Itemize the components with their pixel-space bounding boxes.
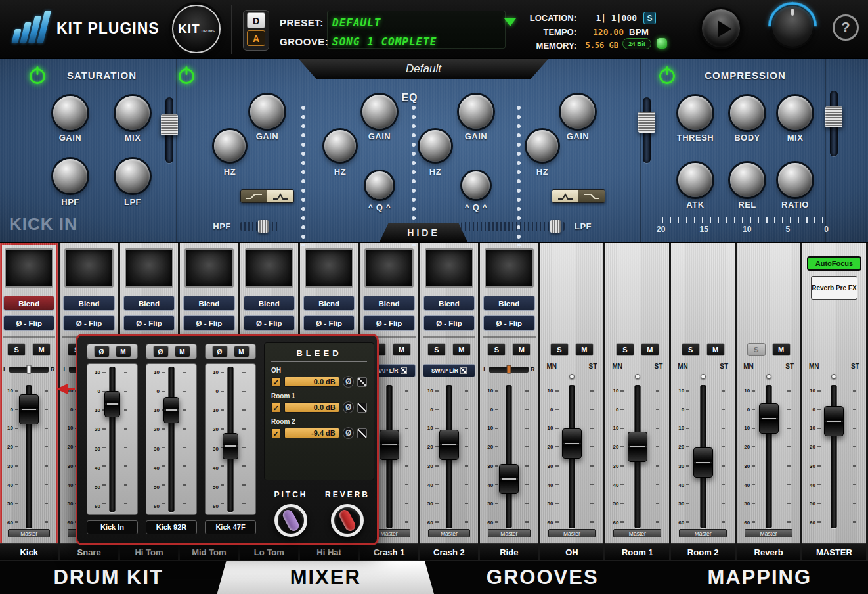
low-shelf-icon[interactable] [241,190,267,202]
dropdown-arrow-icon[interactable] [504,18,516,26]
eq-band4-shape-toggle[interactable] [552,189,605,203]
fader-link-icon[interactable] [357,403,367,413]
phase-button[interactable]: Ø [94,346,110,357]
send-level-field[interactable]: -9.4 dB [284,428,339,438]
eq-band2-freq-knob[interactable] [324,130,356,162]
fader-handle[interactable] [439,430,459,460]
saturation-lpf-knob[interactable] [116,159,150,193]
mute-button[interactable]: M [512,343,531,356]
channel-strip-oh[interactable]: S M MNST 100102030405060 Master OH [540,243,606,560]
channel-strip-ride[interactable]: Blend Ø - Flip S M L R 100102030405060 [480,243,540,560]
high-shelf-icon[interactable] [578,190,605,202]
phase-button[interactable]: Ø [343,427,355,439]
comp-output-slider[interactable] [830,91,838,156]
mute-button[interactable]: M [32,343,51,356]
mute-button[interactable]: M [641,343,659,356]
phase-flip-button[interactable]: Ø - Flip [423,315,475,331]
fx-hide-tab[interactable]: HIDE [380,223,467,242]
bell-icon[interactable] [552,190,578,202]
reverb-knob[interactable] [331,504,364,537]
bit-depth-badge[interactable]: 24 Bit [622,38,651,49]
channel-strip-room-2[interactable]: S M MNST 100102030405060 Master Room 2 [671,243,737,560]
mute-button[interactable]: M [706,343,725,356]
mute-button[interactable]: M [575,343,594,356]
eq-band2-q-knob[interactable] [366,171,393,199]
blend-button[interactable]: Blend [183,296,234,311]
phase-flip-button[interactable]: Ø - Flip [363,315,414,331]
eq-hpf-slider[interactable] [240,222,280,231]
autofocus-button[interactable]: AutoFocus [807,256,861,271]
fader-link-icon[interactable] [357,428,367,438]
reverb-prefx-button[interactable]: Reverb Pre FX [811,276,857,300]
phase-button[interactable]: Ø [343,376,355,388]
saturation-hpf-knob[interactable] [53,159,87,193]
phase-flip-button[interactable]: Ø - Flip [303,315,355,331]
tab-drum-kit[interactable]: DRUM KIT [0,561,217,594]
fader-link-icon[interactable] [357,377,367,387]
analog-mode-button[interactable]: A [247,30,265,46]
digital-analog-toggle[interactable]: D A [243,10,269,51]
mute-button[interactable]: M [116,346,131,357]
fader-track[interactable] [506,385,512,528]
tab-mapping[interactable]: MAPPING [651,561,868,594]
fader-handle[interactable] [562,428,582,459]
fader-track[interactable] [110,367,116,512]
output-route-button[interactable]: Master [613,529,661,537]
mute-button[interactable]: M [452,343,471,356]
send-level-field[interactable]: 0.0 dB [284,377,339,387]
blend-button[interactable]: Blend [303,296,355,311]
mute-button[interactable]: M [772,343,791,356]
eq-band2-gain-knob[interactable] [362,95,397,129]
solo-button[interactable]: S [7,343,26,356]
send-enable-checkbox[interactable]: ✓ [271,377,281,387]
pan-handle[interactable] [26,365,31,374]
solo-button[interactable]: S [427,343,446,356]
phase-button[interactable]: Ø [212,346,228,357]
phase-button[interactable]: Ø [153,346,169,357]
swap-lr-button[interactable]: SWAP L/R [423,364,475,377]
blend-button[interactable]: Blend [123,296,175,311]
solo-button[interactable]: S [747,343,766,356]
play-button[interactable] [700,7,742,49]
eq-band3-gain-knob[interactable] [459,95,493,129]
comp-release-knob[interactable] [730,163,764,197]
solo-button[interactable]: S [487,343,506,356]
phase-flip-button[interactable]: Ø - Flip [244,315,295,331]
bell-icon[interactable] [267,190,293,202]
send-level-field[interactable]: 0.0 dB [284,402,339,413]
saturation-gain-knob[interactable] [53,96,87,130]
mute-button[interactable]: M [393,343,411,356]
eq-band3-q-knob[interactable] [462,171,490,199]
balance-dot[interactable] [635,374,640,379]
fader-handle[interactable] [104,391,120,417]
eq-band1-gain-knob[interactable] [250,95,284,129]
comp-ratio-knob[interactable] [778,163,812,197]
balance-dot[interactable] [766,374,771,379]
fader-handle[interactable] [693,447,713,478]
eq-band4-gain-knob[interactable] [561,95,595,129]
blend-button[interactable]: Blend [244,296,295,311]
tab-mixer[interactable]: MIXER [217,561,435,594]
channel-strip-room-1[interactable]: S M MNST 100102030405060 Master Room 1 [605,243,671,560]
pitch-knob[interactable] [274,504,307,537]
blend-button[interactable]: Blend [483,296,534,311]
saturation-mix-knob[interactable] [116,96,150,130]
blend-button[interactable]: Blend [63,296,114,311]
comp-mix-knob[interactable] [778,96,812,130]
master-volume-knob[interactable] [772,6,813,47]
phase-flip-button[interactable]: Ø - Flip [123,315,175,331]
blend-button[interactable]: Blend [3,296,54,311]
comp-body-knob[interactable] [730,96,764,130]
solo-button[interactable]: S [682,343,700,356]
solo-button[interactable]: S [616,343,634,356]
balance-dot[interactable] [831,374,836,379]
phase-flip-button[interactable]: Ø - Flip [3,315,54,331]
fader-track[interactable] [169,367,175,512]
comp-input-slider[interactable] [643,97,651,163]
output-route-button[interactable]: Master [745,529,792,537]
help-button[interactable]: ? [833,14,859,41]
fader-handle[interactable] [759,403,779,434]
output-route-button[interactable]: Master [679,529,727,537]
saturation-power-button[interactable] [30,68,45,84]
fader-handle[interactable] [824,406,844,436]
